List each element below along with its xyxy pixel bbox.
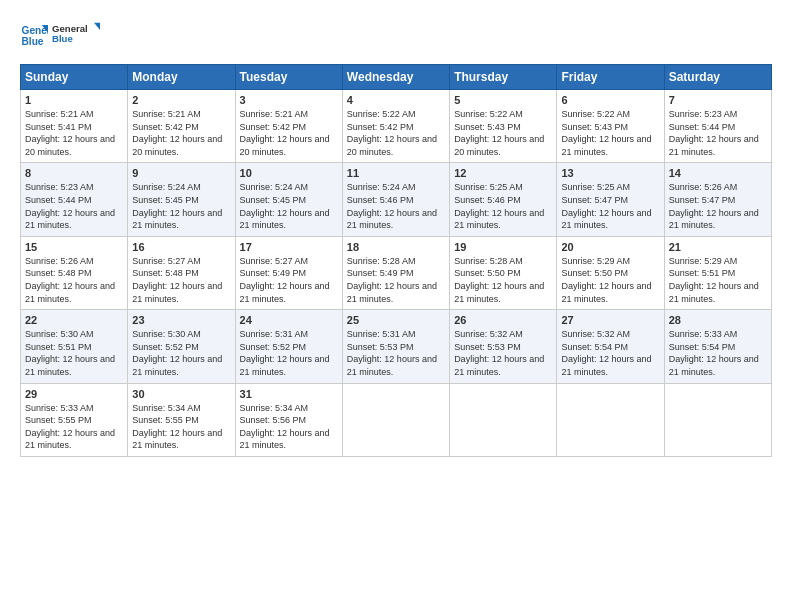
day-info: Sunrise: 5:29 AM Sunset: 5:50 PM Dayligh… [561, 255, 659, 305]
calendar-cell: 13Sunrise: 5:25 AM Sunset: 5:47 PM Dayli… [557, 163, 664, 236]
calendar-cell: 15Sunrise: 5:26 AM Sunset: 5:48 PM Dayli… [21, 236, 128, 309]
day-number: 14 [669, 167, 767, 179]
day-number: 10 [240, 167, 338, 179]
col-friday: Friday [557, 65, 664, 90]
day-number: 12 [454, 167, 552, 179]
day-number: 31 [240, 388, 338, 400]
calendar-cell: 2Sunrise: 5:21 AM Sunset: 5:42 PM Daylig… [128, 90, 235, 163]
calendar-cell: 3Sunrise: 5:21 AM Sunset: 5:42 PM Daylig… [235, 90, 342, 163]
day-info: Sunrise: 5:22 AM Sunset: 5:42 PM Dayligh… [347, 108, 445, 158]
day-number: 28 [669, 314, 767, 326]
day-info: Sunrise: 5:30 AM Sunset: 5:51 PM Dayligh… [25, 328, 123, 378]
day-info: Sunrise: 5:21 AM Sunset: 5:41 PM Dayligh… [25, 108, 123, 158]
day-number: 30 [132, 388, 230, 400]
calendar-cell: 11Sunrise: 5:24 AM Sunset: 5:46 PM Dayli… [342, 163, 449, 236]
day-info: Sunrise: 5:21 AM Sunset: 5:42 PM Dayligh… [240, 108, 338, 158]
day-info: Sunrise: 5:26 AM Sunset: 5:48 PM Dayligh… [25, 255, 123, 305]
calendar-cell [557, 383, 664, 456]
calendar-week-row: 8Sunrise: 5:23 AM Sunset: 5:44 PM Daylig… [21, 163, 772, 236]
day-info: Sunrise: 5:30 AM Sunset: 5:52 PM Dayligh… [132, 328, 230, 378]
calendar-cell: 27Sunrise: 5:32 AM Sunset: 5:54 PM Dayli… [557, 310, 664, 383]
col-monday: Monday [128, 65, 235, 90]
day-number: 16 [132, 241, 230, 253]
calendar-table: Sunday Monday Tuesday Wednesday Thursday… [20, 64, 772, 457]
day-number: 26 [454, 314, 552, 326]
day-info: Sunrise: 5:29 AM Sunset: 5:51 PM Dayligh… [669, 255, 767, 305]
calendar-cell [664, 383, 771, 456]
day-number: 9 [132, 167, 230, 179]
calendar-cell: 30Sunrise: 5:34 AM Sunset: 5:55 PM Dayli… [128, 383, 235, 456]
day-number: 24 [240, 314, 338, 326]
day-info: Sunrise: 5:24 AM Sunset: 5:45 PM Dayligh… [240, 181, 338, 231]
calendar-cell: 31Sunrise: 5:34 AM Sunset: 5:56 PM Dayli… [235, 383, 342, 456]
day-info: Sunrise: 5:32 AM Sunset: 5:54 PM Dayligh… [561, 328, 659, 378]
calendar-page: General Blue General Blue Sun [0, 0, 792, 612]
calendar-cell: 24Sunrise: 5:31 AM Sunset: 5:52 PM Dayli… [235, 310, 342, 383]
day-info: Sunrise: 5:22 AM Sunset: 5:43 PM Dayligh… [561, 108, 659, 158]
day-info: Sunrise: 5:21 AM Sunset: 5:42 PM Dayligh… [132, 108, 230, 158]
day-info: Sunrise: 5:27 AM Sunset: 5:48 PM Dayligh… [132, 255, 230, 305]
col-thursday: Thursday [450, 65, 557, 90]
calendar-week-row: 1Sunrise: 5:21 AM Sunset: 5:41 PM Daylig… [21, 90, 772, 163]
calendar-cell: 25Sunrise: 5:31 AM Sunset: 5:53 PM Dayli… [342, 310, 449, 383]
calendar-cell [450, 383, 557, 456]
col-sunday: Sunday [21, 65, 128, 90]
day-number: 19 [454, 241, 552, 253]
calendar-cell: 8Sunrise: 5:23 AM Sunset: 5:44 PM Daylig… [21, 163, 128, 236]
calendar-cell: 6Sunrise: 5:22 AM Sunset: 5:43 PM Daylig… [557, 90, 664, 163]
calendar-cell: 12Sunrise: 5:25 AM Sunset: 5:46 PM Dayli… [450, 163, 557, 236]
calendar-cell: 7Sunrise: 5:23 AM Sunset: 5:44 PM Daylig… [664, 90, 771, 163]
day-number: 25 [347, 314, 445, 326]
col-wednesday: Wednesday [342, 65, 449, 90]
day-info: Sunrise: 5:33 AM Sunset: 5:54 PM Dayligh… [669, 328, 767, 378]
day-number: 6 [561, 94, 659, 106]
calendar-cell: 28Sunrise: 5:33 AM Sunset: 5:54 PM Dayli… [664, 310, 771, 383]
day-number: 5 [454, 94, 552, 106]
calendar-cell: 17Sunrise: 5:27 AM Sunset: 5:49 PM Dayli… [235, 236, 342, 309]
calendar-cell: 14Sunrise: 5:26 AM Sunset: 5:47 PM Dayli… [664, 163, 771, 236]
calendar-cell: 19Sunrise: 5:28 AM Sunset: 5:50 PM Dayli… [450, 236, 557, 309]
day-info: Sunrise: 5:23 AM Sunset: 5:44 PM Dayligh… [669, 108, 767, 158]
day-number: 15 [25, 241, 123, 253]
calendar-cell: 1Sunrise: 5:21 AM Sunset: 5:41 PM Daylig… [21, 90, 128, 163]
calendar-cell: 4Sunrise: 5:22 AM Sunset: 5:42 PM Daylig… [342, 90, 449, 163]
day-info: Sunrise: 5:24 AM Sunset: 5:46 PM Dayligh… [347, 181, 445, 231]
col-tuesday: Tuesday [235, 65, 342, 90]
day-info: Sunrise: 5:27 AM Sunset: 5:49 PM Dayligh… [240, 255, 338, 305]
day-number: 7 [669, 94, 767, 106]
day-number: 23 [132, 314, 230, 326]
day-info: Sunrise: 5:26 AM Sunset: 5:47 PM Dayligh… [669, 181, 767, 231]
calendar-week-row: 22Sunrise: 5:30 AM Sunset: 5:51 PM Dayli… [21, 310, 772, 383]
calendar-cell: 9Sunrise: 5:24 AM Sunset: 5:45 PM Daylig… [128, 163, 235, 236]
day-number: 27 [561, 314, 659, 326]
calendar-cell: 22Sunrise: 5:30 AM Sunset: 5:51 PM Dayli… [21, 310, 128, 383]
calendar-cell: 21Sunrise: 5:29 AM Sunset: 5:51 PM Dayli… [664, 236, 771, 309]
day-info: Sunrise: 5:34 AM Sunset: 5:55 PM Dayligh… [132, 402, 230, 452]
day-number: 29 [25, 388, 123, 400]
calendar-cell: 23Sunrise: 5:30 AM Sunset: 5:52 PM Dayli… [128, 310, 235, 383]
day-number: 2 [132, 94, 230, 106]
day-info: Sunrise: 5:22 AM Sunset: 5:43 PM Dayligh… [454, 108, 552, 158]
svg-text:Blue: Blue [52, 33, 73, 44]
day-info: Sunrise: 5:33 AM Sunset: 5:55 PM Dayligh… [25, 402, 123, 452]
calendar-cell: 26Sunrise: 5:32 AM Sunset: 5:53 PM Dayli… [450, 310, 557, 383]
day-info: Sunrise: 5:24 AM Sunset: 5:45 PM Dayligh… [132, 181, 230, 231]
day-number: 4 [347, 94, 445, 106]
header: General Blue General Blue [20, 18, 772, 54]
header-row: Sunday Monday Tuesday Wednesday Thursday… [21, 65, 772, 90]
day-number: 1 [25, 94, 123, 106]
calendar-cell: 20Sunrise: 5:29 AM Sunset: 5:50 PM Dayli… [557, 236, 664, 309]
calendar-cell: 29Sunrise: 5:33 AM Sunset: 5:55 PM Dayli… [21, 383, 128, 456]
calendar-cell: 18Sunrise: 5:28 AM Sunset: 5:49 PM Dayli… [342, 236, 449, 309]
col-saturday: Saturday [664, 65, 771, 90]
day-info: Sunrise: 5:31 AM Sunset: 5:52 PM Dayligh… [240, 328, 338, 378]
day-number: 20 [561, 241, 659, 253]
svg-marker-5 [94, 23, 100, 30]
day-info: Sunrise: 5:28 AM Sunset: 5:50 PM Dayligh… [454, 255, 552, 305]
day-number: 13 [561, 167, 659, 179]
day-info: Sunrise: 5:34 AM Sunset: 5:56 PM Dayligh… [240, 402, 338, 452]
day-number: 18 [347, 241, 445, 253]
day-info: Sunrise: 5:31 AM Sunset: 5:53 PM Dayligh… [347, 328, 445, 378]
day-number: 11 [347, 167, 445, 179]
calendar-cell: 5Sunrise: 5:22 AM Sunset: 5:43 PM Daylig… [450, 90, 557, 163]
